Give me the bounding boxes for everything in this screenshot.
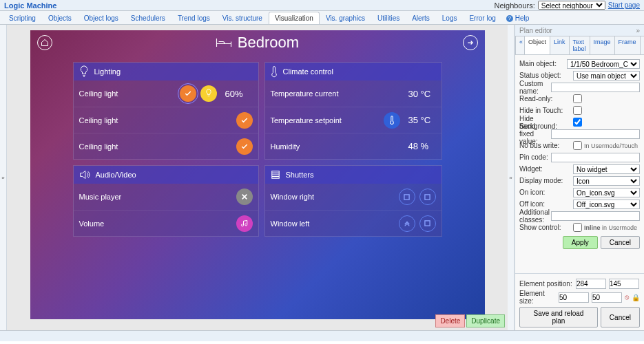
send-fixed-input[interactable] (551, 129, 640, 139)
prop-label: Main object: (519, 60, 567, 67)
hide-bg-checkbox[interactable] (573, 118, 582, 127)
tab-gauge[interactable]: Gau (640, 36, 644, 54)
prop-label: Additional classes: (519, 208, 551, 224)
plan-editor-sidebar: Plan editor» « Object Link Text label Im… (515, 25, 644, 330)
panel-climate: Climate control Temperature current30 °C… (264, 62, 442, 160)
start-page-link[interactable]: Start page (608, 1, 640, 9)
tab-object-logs[interactable]: Object logs (78, 12, 125, 24)
home-icon[interactable] (37, 35, 52, 50)
panel-av: Audio/Video Music player Volume (73, 165, 259, 237)
row-label: Window right (271, 193, 395, 201)
prop-label: Custom name: (519, 80, 551, 95)
tab-trend-logs[interactable]: Trend logs (172, 12, 216, 24)
tab-scripting[interactable]: Scripting (3, 12, 42, 24)
bulb-icon (79, 65, 89, 78)
tab-schedulers[interactable]: Schedulers (125, 12, 172, 24)
save-reload-button[interactable]: Save and reload plan (519, 307, 598, 327)
speaker-icon (79, 170, 90, 180)
panel-title: Shutters (286, 171, 314, 179)
row-label: Temperature current (271, 89, 400, 98)
on-icon-select[interactable]: On_icon.svg (573, 188, 640, 197)
cancel-button[interactable]: Cancel (601, 236, 640, 249)
up-icon[interactable] (399, 215, 415, 232)
sidebar-collapse-icon[interactable]: » (636, 27, 640, 34)
no-bus-checkbox[interactable] (573, 141, 582, 150)
panel-lighting: Lighting Ceiling light 60% Ceiling light… (73, 62, 259, 160)
panel-title: Climate control (283, 67, 333, 76)
sidebar-collapse-handle[interactable]: » (508, 25, 515, 330)
panel-shutters: Shutters Window right Window left (264, 165, 442, 237)
readonly-checkbox[interactable] (573, 94, 582, 103)
stop-icon[interactable] (399, 189, 415, 205)
tab-text-label[interactable]: Text label (569, 36, 590, 54)
toggle-icon[interactable] (180, 85, 196, 102)
sidebar-title: Plan editor (519, 27, 552, 34)
show-control-checkbox[interactable] (573, 223, 582, 232)
tab-image[interactable]: Image (590, 36, 615, 54)
add-classes-input[interactable] (551, 211, 640, 221)
shutter-icon (271, 170, 280, 180)
lock-size-icon[interactable]: 🔒 (632, 294, 640, 301)
row-value: 30 °C (408, 89, 436, 99)
pin-code-input[interactable] (551, 153, 640, 162)
next-icon[interactable] (463, 35, 478, 50)
checkbox-label: Inline in Usermode (584, 224, 637, 231)
tab-scroll-left[interactable]: « (515, 36, 525, 54)
tab-visualization[interactable]: Visualization (269, 12, 320, 24)
widget-select[interactable]: No widget (573, 164, 640, 174)
row-value: 60% (225, 89, 253, 99)
row-label: Ceiling light (79, 116, 232, 125)
row-label: Music player (79, 193, 232, 201)
stop-icon[interactable] (419, 189, 436, 205)
music-icon[interactable] (236, 215, 253, 232)
off-icon-select[interactable]: Off_icon.svg (573, 200, 640, 209)
pos-y-input[interactable] (609, 279, 639, 289)
help-link[interactable]: ?Help (502, 12, 534, 24)
bed-icon (216, 36, 232, 49)
thermo-icon[interactable] (384, 112, 400, 129)
tab-utilities[interactable]: Utilities (371, 12, 406, 24)
tab-vis-graphics[interactable]: Vis. graphics (320, 12, 371, 24)
size-w-input[interactable] (559, 292, 589, 303)
visualization-canvas[interactable]: Bedroom Lighting Ceiling light 60% (30, 30, 485, 319)
tab-objects[interactable]: Objects (42, 12, 78, 24)
apply-button[interactable]: Apply (563, 236, 598, 249)
status-object-select[interactable]: Use main object (573, 71, 640, 80)
toggle-icon[interactable] (236, 138, 253, 155)
neighbours-label: Neighbours: (495, 1, 535, 10)
reset-size-icon[interactable]: ⦸ (625, 293, 629, 301)
tab-frame[interactable]: Frame (614, 36, 641, 54)
prop-label: Status object: (519, 72, 573, 79)
toggle-icon[interactable] (236, 112, 253, 129)
delete-button[interactable]: Delete (435, 314, 465, 327)
tab-alerts[interactable]: Alerts (406, 12, 436, 24)
close-icon[interactable] (236, 189, 253, 205)
checkbox-label: In Usermode/Touch (584, 142, 638, 149)
tab-vis-structure[interactable]: Vis. structure (216, 12, 269, 24)
help-icon: ? (506, 15, 513, 22)
bulb-state-icon[interactable] (200, 85, 217, 102)
tab-object[interactable]: Object (524, 36, 550, 54)
hide-touch-checkbox[interactable] (573, 106, 582, 115)
main-object-select[interactable]: 1/1/50 Bedroom_C (567, 59, 640, 69)
tab-error-log[interactable]: Error log (463, 12, 501, 24)
prop-label: Element position: (519, 280, 573, 288)
status-bar (0, 330, 644, 341)
tab-logs[interactable]: Logs (436, 12, 464, 24)
prop-label: On icon: (519, 189, 573, 196)
tab-link[interactable]: Link (550, 36, 570, 54)
duplicate-button[interactable]: Duplicate (466, 314, 505, 327)
size-h-input[interactable] (592, 292, 622, 303)
stop-icon[interactable] (419, 215, 436, 232)
left-collapse-handle[interactable]: » (0, 25, 7, 330)
pos-x-input[interactable] (576, 279, 606, 289)
panel-title: Lighting (94, 67, 121, 76)
main-tabs: Scripting Objects Object logs Schedulers… (0, 11, 644, 25)
row-label: Ceiling light (79, 142, 232, 151)
cancel-plan-button[interactable]: Cancel (601, 307, 640, 327)
prop-label: Show control: (519, 224, 573, 231)
custom-name-input[interactable] (551, 83, 640, 92)
row-value: 35 °C (408, 115, 436, 125)
neighbours-select[interactable]: Select neighbour (538, 1, 605, 10)
display-mode-select[interactable]: Icon (573, 176, 640, 186)
